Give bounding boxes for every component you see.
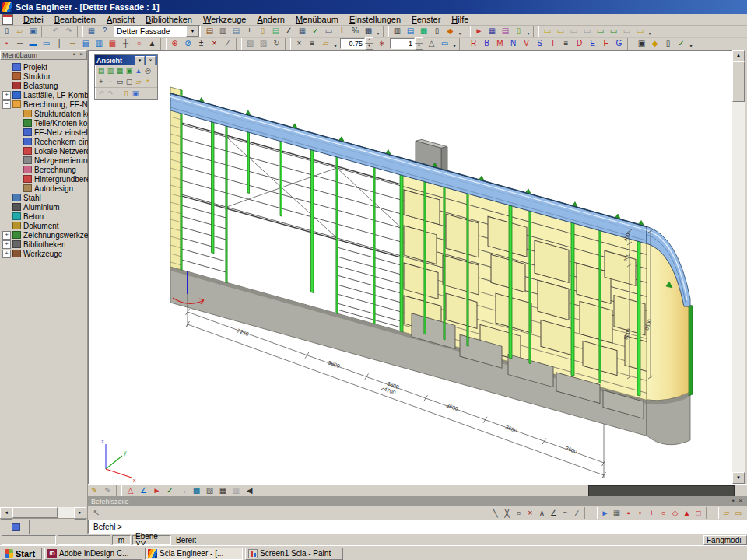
toolbar-icon[interactable]: F [599, 38, 612, 50]
tree-item[interactable]: Autodesign [0, 184, 88, 193]
spin-down-icon[interactable]: ▼ [365, 44, 374, 50]
snap-icon[interactable]: ► [599, 507, 611, 519]
toolbar-icon[interactable]: ▬ [26, 38, 40, 50]
tree-item[interactable]: FE-Netz einstellen [0, 128, 88, 137]
toolbar-icon[interactable]: ▾ [375, 26, 381, 37]
palette-icon[interactable]: ▭ [115, 77, 124, 86]
toolbar-icon[interactable]: ▭ [40, 38, 53, 50]
toolbar-icon[interactable]: ▩ [362, 26, 375, 37]
status-unit[interactable]: m [112, 535, 131, 545]
toolbar-icon[interactable]: ▤ [269, 26, 282, 37]
toolbar-icon[interactable]: ◆ [648, 38, 661, 50]
toolbar-icon[interactable] [627, 38, 633, 50]
toolbar-icon[interactable]: ▭ [567, 26, 580, 37]
snap-icon[interactable]: ▦ [611, 507, 622, 519]
scale-value[interactable] [390, 38, 415, 49]
toolbar-icon[interactable]: % [349, 26, 362, 37]
tree-item[interactable]: Netzgenerierung [0, 156, 88, 165]
toolbar-icon[interactable] [160, 38, 167, 50]
opacity-spinner[interactable]: ▲▼ [340, 38, 374, 49]
close-icon[interactable]: × [146, 56, 156, 65]
toolbar-icon[interactable] [236, 38, 242, 50]
snap-icon[interactable]: × [524, 507, 536, 519]
scale-spinner[interactable]: ▲▼ [390, 38, 423, 49]
tree-item[interactable]: Dokument [0, 221, 88, 230]
toolbar-icon[interactable]: ▤ [499, 26, 512, 37]
snap-icon[interactable]: ○ [513, 507, 524, 519]
tree-item[interactable]: − Berechnung, FE-Netz [0, 100, 88, 109]
tree-item[interactable]: Berechnung [0, 165, 88, 174]
toolbar-icon[interactable]: ▾ [457, 26, 463, 37]
menu-item[interactable]: Einstellungen [344, 14, 406, 25]
sidebar-hscrollbar[interactable]: ◄ ► [0, 507, 86, 518]
palette-icon[interactable]: − [106, 77, 115, 86]
scroll-down-icon[interactable]: ▼ [732, 472, 745, 484]
toolbar-icon[interactable]: ∗ [375, 38, 388, 50]
snap-icon[interactable]: ∧ [536, 507, 548, 519]
toolbar-icon[interactable] [285, 38, 291, 50]
pin-icon[interactable]: ▪ [71, 51, 78, 58]
toolbar-icon[interactable]: ▭ [541, 26, 554, 37]
tree-item[interactable]: Aluminium [0, 202, 88, 212]
menu-item[interactable]: Hilfe [446, 14, 474, 25]
snap-icon[interactable] [584, 507, 598, 519]
palette-icon[interactable]: ▲ [134, 66, 143, 75]
toolbar-icon[interactable]: ▾ [451, 38, 458, 50]
toolbar-icon[interactable]: ▾ [332, 38, 338, 50]
toolbar-icon[interactable]: ▭ [438, 38, 451, 50]
toolbar-icon[interactable]: ◀ [243, 485, 256, 497]
command-panel-header[interactable]: Befehlszeile ▪ × [88, 496, 747, 506]
toolbar-icon[interactable]: ▩ [190, 485, 203, 497]
toolbar-icon[interactable]: E [586, 38, 599, 50]
toolbar-icon[interactable]: ▦ [85, 26, 98, 37]
toolbar-icon[interactable]: ▯ [256, 26, 269, 37]
toolbar-icon[interactable]: ✓ [675, 38, 688, 50]
model-viewport[interactable]: 7250 3600 3600 3600 3600 3600 24700 400 … [88, 50, 733, 485]
toolbar-icon[interactable]: ▤ [230, 26, 243, 37]
palette-icon[interactable]: ↶ [96, 89, 106, 98]
tree-item[interactable]: + Lastfälle, LF-Kombinatior [0, 90, 88, 100]
tree-item[interactable]: + Zeichnungswerkzeuge [0, 230, 88, 240]
snap-icon[interactable]: ∕ [571, 507, 583, 519]
tree-item[interactable]: Belastung [0, 81, 88, 90]
toolbar-icon[interactable]: ▥ [230, 485, 243, 497]
toolbar-icon[interactable]: ⊕ [168, 38, 181, 50]
toolbar-icon[interactable]: ∕ [221, 38, 234, 50]
toolbar-icon[interactable]: N [507, 38, 520, 50]
toolbar-icon[interactable]: ≡ [559, 38, 573, 50]
toolbar-icon[interactable] [116, 485, 122, 497]
toolbar-icon[interactable]: ▭ [620, 26, 633, 37]
toolbar-icon[interactable]: ↷ [62, 26, 75, 37]
palette-icon[interactable]: ▱ [134, 77, 143, 86]
toolbar-icon[interactable]: ► [472, 26, 486, 37]
title-bar[interactable]: Scia Engineer - [Detter Fassade : 1] [0, 0, 747, 14]
toolbar-icon[interactable]: ▦ [106, 38, 119, 50]
tree-item[interactable]: Struktur [0, 72, 88, 81]
toolbar-icon[interactable]: ▭ [594, 26, 607, 37]
scroll-thumb[interactable] [12, 507, 58, 518]
toolbar-icon[interactable]: △ [425, 38, 438, 50]
opacity-value[interactable] [340, 38, 365, 49]
toolbar-icon[interactable] [383, 26, 389, 37]
sidebar-tab[interactable] [2, 520, 30, 534]
toolbar-icon[interactable]: ✎ [101, 485, 114, 497]
toolbar-icon[interactable]: R [467, 38, 480, 50]
toolbar-icon[interactable]: ✓ [163, 485, 177, 497]
toolbar-icon[interactable]: ▱ [319, 38, 332, 50]
menu-item[interactable]: Ansicht [101, 14, 140, 25]
palette-icon[interactable]: ▦ [115, 66, 124, 75]
command-input[interactable] [89, 520, 746, 533]
toolbar-icon[interactable]: ≡ [306, 38, 319, 50]
palette-icon[interactable]: ▤ [96, 66, 106, 75]
toolbar-icon[interactable]: × [293, 38, 306, 50]
toolbar-icon[interactable]: ▥ [93, 38, 106, 50]
snap-icon[interactable]: ▲ [681, 507, 693, 519]
tree-expander[interactable]: + [2, 231, 11, 240]
menu-item[interactable]: Bearbeiten [49, 14, 101, 25]
toolbar-icon[interactable]: ▣ [635, 38, 648, 50]
tree-item[interactable]: Teile/Knoten koppeln [0, 118, 88, 128]
close-icon[interactable]: × [737, 498, 744, 505]
snap-mode-button[interactable]: Fangmodi [703, 535, 747, 545]
toolbar-icon[interactable]: ▨ [203, 485, 216, 497]
tree-item[interactable]: Beton [0, 212, 88, 221]
